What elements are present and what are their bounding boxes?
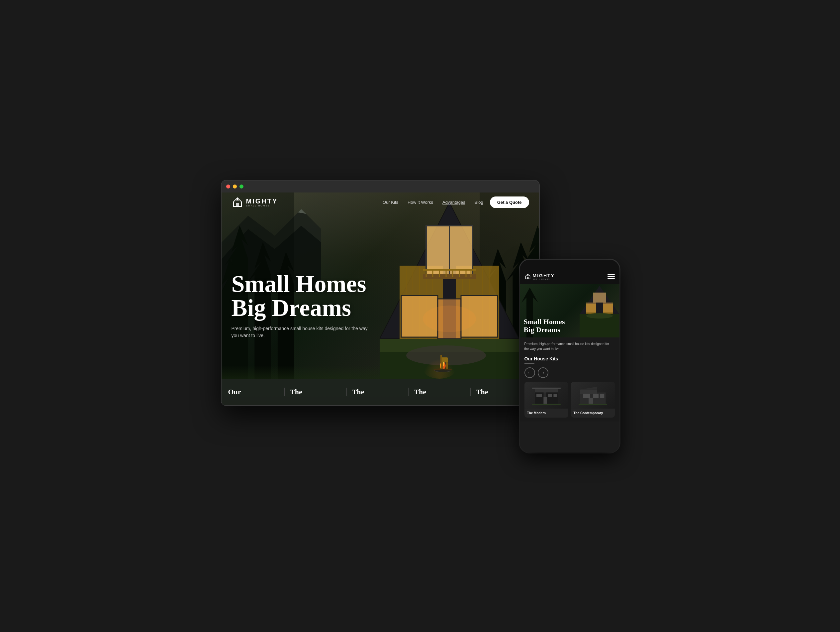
- desktop-mockup: —: [221, 180, 540, 406]
- svg-rect-74: [603, 303, 613, 312]
- bottom-strip: Our The The The The: [221, 379, 539, 405]
- mobile-hero-text-overlay: Small Homes Big Dreams: [524, 318, 565, 334]
- mobile-card-contemporary[interactable]: The Contemporary: [571, 382, 615, 418]
- svg-rect-63: [441, 355, 442, 363]
- scene-wrapper: —: [221, 180, 619, 453]
- strip-label-5: The: [476, 388, 488, 396]
- hamburger-line-1: [608, 274, 615, 275]
- mobile-logo-main: MIGHTY: [533, 273, 555, 278]
- mobile-card-modern-image: [524, 382, 568, 409]
- logo-text: MIGHTY SMALL HOMES: [246, 198, 278, 207]
- get-quote-button[interactable]: Get a Quote: [490, 196, 529, 208]
- svg-rect-30: [423, 269, 476, 271]
- svg-rect-83: [548, 394, 552, 397]
- hamburger-line-3: [608, 278, 615, 279]
- titlebar-minimize[interactable]: —: [529, 184, 534, 190]
- titlebar-dot-3: [240, 185, 243, 188]
- mobile-nav: MIGHTY SMALL HOMES: [520, 269, 619, 284]
- svg-rect-75: [593, 293, 606, 303]
- mobile-card-contemporary-image: [571, 382, 615, 409]
- mobile-mockup: MIGHTY SMALL HOMES: [520, 260, 619, 453]
- mobile-card-modern[interactable]: The Modern: [524, 382, 568, 418]
- svg-rect-84: [553, 394, 557, 397]
- hero-title: Small Homes Big Dreams: [232, 272, 371, 320]
- mobile-section-title: Our House Kits: [524, 356, 615, 361]
- svg-rect-96: [579, 404, 607, 405]
- svg-rect-93: [593, 394, 598, 398]
- svg-rect-88: [532, 404, 561, 405]
- hero-content: Small Homes Big Dreams Premium, high-per…: [232, 272, 371, 339]
- svg-rect-85: [537, 394, 542, 397]
- desktop-content: MIGHTY SMALL HOMES Our Kits How It Works…: [221, 193, 539, 405]
- strip-item-2: The: [285, 388, 347, 396]
- nav-link-our-kits[interactable]: Our Kits: [383, 200, 398, 205]
- svg-rect-94: [600, 394, 604, 398]
- desktop-titlebar: —: [221, 181, 539, 193]
- mobile-hero-title-line2: Big Dreams: [524, 325, 561, 334]
- svg-rect-90: [580, 389, 597, 394]
- titlebar-dot-2: [233, 185, 237, 188]
- prev-arrow-button[interactable]: ←: [524, 367, 535, 378]
- mobile-hero-title-line1: Small Homes: [524, 317, 565, 326]
- hero-title-line2: Big Dreams: [232, 295, 351, 321]
- nav-link-blog[interactable]: Blog: [475, 200, 483, 205]
- mobile-card-contemporary-label: The Contemporary: [571, 409, 615, 418]
- next-arrow-button[interactable]: →: [538, 367, 548, 378]
- mobile-logo: MIGHTY SMALL HOMES: [524, 273, 555, 280]
- svg-point-48: [423, 306, 476, 332]
- svg-rect-66: [236, 203, 239, 206]
- strip-label-2: The: [290, 388, 302, 396]
- mobile-description: Premium, high-performance small house ki…: [524, 341, 615, 352]
- mobile-body: Premium, high-performance small house ki…: [520, 337, 619, 421]
- strip-label-3: The: [352, 388, 364, 396]
- hamburger-line-2: [608, 276, 615, 277]
- nav-logo: MIGHTY SMALL HOMES: [232, 196, 278, 209]
- mobile-status-bar: [520, 260, 619, 269]
- nav-links: Our Kits How It Works Advantages Blog: [383, 200, 483, 205]
- hero-title-line1: Small Homes: [232, 271, 366, 297]
- strip-item-3: The: [347, 388, 409, 396]
- logo-sub-text: SMALL HOMES: [246, 204, 278, 207]
- strip-label-1: Our: [228, 388, 241, 396]
- nav-link-how-it-works[interactable]: How It Works: [407, 200, 433, 205]
- mobile-nav-arrows: ← →: [524, 367, 615, 378]
- mobile-hero-title: Small Homes Big Dreams: [524, 318, 565, 334]
- mobile-section-underline: [524, 363, 534, 364]
- mobile-card-modern-label: The Modern: [524, 409, 568, 418]
- strip-label-4: The: [414, 388, 426, 396]
- strip-item-4: The: [409, 388, 471, 396]
- logo-icon: [232, 196, 243, 209]
- titlebar-dot-1: [226, 185, 230, 188]
- mobile-hero-house-image: [579, 284, 619, 337]
- svg-rect-87: [532, 387, 561, 389]
- mobile-hero-image: Small Homes Big Dreams: [520, 284, 619, 337]
- svg-rect-95: [589, 398, 593, 404]
- svg-rect-29: [423, 274, 476, 279]
- mobile-cards: The Modern: [524, 382, 615, 418]
- hero-subtitle: Premium, high-performance small house ki…: [232, 325, 371, 339]
- svg-rect-86: [543, 397, 547, 404]
- mobile-content: MIGHTY SMALL HOMES: [520, 269, 619, 453]
- mobile-hamburger-button[interactable]: [608, 274, 615, 279]
- nav-link-advantages[interactable]: Advantages: [442, 200, 465, 205]
- svg-point-77: [586, 313, 613, 318]
- svg-rect-69: [527, 277, 529, 279]
- svg-marker-91: [580, 386, 597, 390]
- svg-rect-73: [586, 303, 596, 312]
- svg-rect-92: [583, 394, 590, 398]
- mobile-logo-sub: SMALL HOMES: [533, 278, 555, 280]
- svg-rect-60: [441, 357, 448, 363]
- logo-main-text: MIGHTY: [246, 198, 278, 204]
- desktop-nav: MIGHTY SMALL HOMES Our Kits How It Works…: [221, 193, 539, 212]
- strip-item-1: Our: [228, 388, 285, 396]
